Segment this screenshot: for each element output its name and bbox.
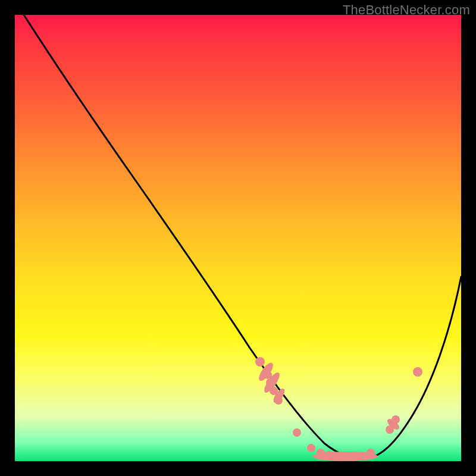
gradient-background <box>15 15 461 461</box>
plot-area <box>15 15 461 461</box>
chart-frame <box>15 15 461 461</box>
